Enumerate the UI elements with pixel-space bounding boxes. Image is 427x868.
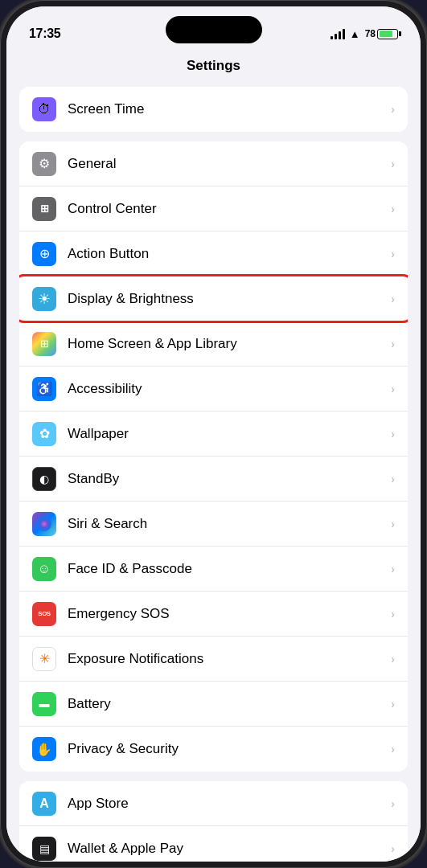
control-center-icon: ⊞ <box>32 197 56 221</box>
status-time: 17:35 <box>29 27 60 41</box>
standby-row[interactable]: ◐ StandBy › <box>19 457 408 502</box>
face-id-icon: ☺ <box>32 557 56 581</box>
control-center-row[interactable]: ⊞ Control Center › <box>19 186 408 231</box>
battery-label: Battery <box>68 696 391 712</box>
action-button-chevron: › <box>391 248 395 260</box>
action-button-row[interactable]: ⊕ Action Button › <box>19 231 408 276</box>
standby-chevron: › <box>391 473 395 485</box>
screen-time-chevron: › <box>391 103 395 116</box>
battery-row[interactable]: ▬ Battery › <box>19 682 408 727</box>
svg-point-0 <box>37 517 51 531</box>
face-id-row[interactable]: ☺ Face ID & Passcode › <box>19 547 408 592</box>
emergency-sos-label: Emergency SOS <box>68 606 391 622</box>
privacy-security-chevron: › <box>391 743 395 755</box>
display-brightness-icon: ☀ <box>32 287 56 311</box>
battery-icon <box>377 29 398 39</box>
app-store-row[interactable]: A App Store › <box>19 781 408 826</box>
siri-search-label: Siri & Search <box>68 516 391 532</box>
signal-bar-3 <box>339 31 341 39</box>
page-title: Settings <box>6 50 421 87</box>
app-store-label: App Store <box>68 796 391 812</box>
exposure-notifications-row[interactable]: ✳ Exposure Notifications › <box>19 637 408 682</box>
emergency-sos-row[interactable]: SOS Emergency SOS › <box>19 592 408 637</box>
exposure-notifications-icon: ✳ <box>32 647 56 671</box>
face-id-chevron: › <box>391 563 395 575</box>
action-button-icon: ⊕ <box>32 242 56 266</box>
battery-row-icon: ▬ <box>32 692 56 716</box>
wallet-row[interactable]: ▤ Wallet & Apple Pay › <box>19 826 408 862</box>
battery-fill <box>380 31 392 37</box>
control-center-chevron: › <box>391 203 395 215</box>
signal-bars-icon <box>331 28 345 39</box>
action-button-label: Action Button <box>68 246 391 262</box>
app-section: A App Store › ▤ Wallet & Apple Pay › <box>19 781 408 862</box>
accessibility-icon: ♿ <box>32 377 56 401</box>
wallpaper-row[interactable]: ✿ Wallpaper › <box>19 411 408 457</box>
siri-search-icon <box>32 512 56 536</box>
signal-bar-4 <box>343 29 345 39</box>
wallet-chevron: › <box>391 842 395 855</box>
exposure-notifications-chevron: › <box>391 653 395 665</box>
display-brightness-row[interactable]: ☀ Display & Brightness › <box>19 276 408 321</box>
main-settings-section: ⚙ General › ⊞ Control Center › ⊕ Action … <box>19 141 408 772</box>
general-chevron: › <box>391 158 395 170</box>
display-brightness-chevron: › <box>391 293 395 305</box>
standby-icon: ◐ <box>32 467 56 491</box>
accessibility-chevron: › <box>391 383 395 395</box>
general-label: General <box>68 156 391 172</box>
privacy-security-icon: ✋ <box>32 737 56 761</box>
wallpaper-label: Wallpaper <box>68 426 391 442</box>
emergency-sos-icon: SOS <box>32 602 56 626</box>
signal-bar-1 <box>331 36 333 39</box>
phone-screen: 17:35 ▲ 78 Settings <box>6 6 421 862</box>
battery-status: 78 <box>365 28 398 39</box>
exposure-notifications-label: Exposure Notifications <box>68 651 391 667</box>
privacy-security-label: Privacy & Security <box>68 741 391 757</box>
control-center-label: Control Center <box>68 201 391 217</box>
general-row[interactable]: ⚙ General › <box>19 141 408 186</box>
accessibility-row[interactable]: ♿ Accessibility › <box>19 366 408 411</box>
app-store-icon: A <box>32 792 56 816</box>
wallet-icon: ▤ <box>32 837 56 861</box>
dynamic-island <box>166 16 262 43</box>
emergency-sos-chevron: › <box>391 608 395 620</box>
siri-search-row[interactable]: Siri & Search › <box>19 502 408 547</box>
wallpaper-icon: ✿ <box>32 422 56 446</box>
wifi-icon: ▲ <box>350 28 360 40</box>
status-icons: ▲ 78 <box>331 28 398 40</box>
battery-percent: 78 <box>365 28 376 39</box>
standby-label: StandBy <box>68 471 391 487</box>
screen-time-section: ⏱ Screen Time › <box>19 87 408 132</box>
battery-chevron: › <box>391 698 395 710</box>
home-screen-icon: ⊞ <box>32 332 56 356</box>
face-id-label: Face ID & Passcode <box>68 561 391 577</box>
home-screen-row[interactable]: ⊞ Home Screen & App Library › <box>19 321 408 366</box>
general-icon: ⚙ <box>32 152 56 176</box>
privacy-security-row[interactable]: ✋ Privacy & Security › <box>19 727 408 772</box>
wallpaper-chevron: › <box>391 428 395 440</box>
wallet-label: Wallet & Apple Pay <box>68 841 391 857</box>
app-store-chevron: › <box>391 797 395 810</box>
home-screen-label: Home Screen & App Library <box>68 336 391 352</box>
accessibility-label: Accessibility <box>68 381 391 397</box>
display-brightness-label: Display & Brightness <box>68 291 391 307</box>
siri-search-chevron: › <box>391 518 395 530</box>
phone-frame: 17:35 ▲ 78 Settings <box>0 0 427 868</box>
home-screen-chevron: › <box>391 338 395 350</box>
screen-time-row[interactable]: ⏱ Screen Time › <box>19 87 408 132</box>
screen-time-icon: ⏱ <box>32 97 56 121</box>
scroll-content: ⏱ Screen Time › ⚙ General › ⊞ Control Ce… <box>6 87 421 862</box>
signal-bar-2 <box>335 34 337 39</box>
screen-time-label: Screen Time <box>68 101 391 117</box>
